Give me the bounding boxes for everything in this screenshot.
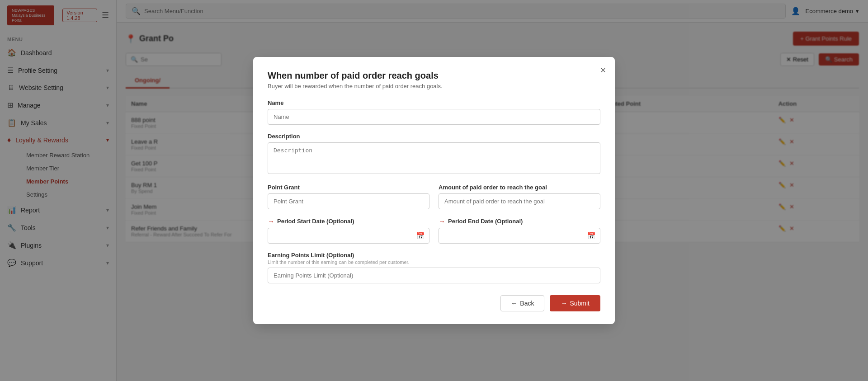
- earning-limit-label: Earning Points Limit (Optional): [268, 252, 600, 259]
- earning-limit-input[interactable]: [268, 268, 600, 283]
- arrow-right-icon: →: [439, 217, 445, 225]
- modal-title: When number of paid order reach goals: [268, 71, 600, 81]
- description-label: Description: [268, 133, 600, 140]
- point-grant-label: Point Grant: [268, 184, 429, 191]
- modal-overlay: × When number of paid order reach goals …: [117, 0, 868, 381]
- modal-subtitle: Buyer will be rewarded when the number o…: [268, 83, 600, 89]
- description-field-group: Description: [268, 133, 600, 176]
- point-grant-group: Point Grant: [268, 184, 429, 209]
- period-start-input-wrap: 📅: [268, 228, 429, 244]
- period-end-input-wrap: 📅: [439, 228, 600, 244]
- earning-limit-group: Earning Points Limit (Optional) Limit th…: [268, 252, 600, 283]
- amount-group: Amount of paid order to reach the goal: [439, 184, 600, 209]
- modal-footer: ← Back → Submit: [268, 295, 600, 311]
- amount-label: Amount of paid order to reach the goal: [439, 184, 600, 191]
- modal-close-button[interactable]: ×: [600, 65, 606, 75]
- submit-arrow-icon: →: [561, 300, 567, 307]
- period-end-input[interactable]: [439, 228, 600, 244]
- modal-dialog: × When number of paid order reach goals …: [253, 57, 615, 324]
- period-end-label: → Period End Date (Optional): [439, 217, 600, 225]
- period-end-group: → Period End Date (Optional) 📅: [439, 217, 600, 244]
- submit-label: Submit: [570, 300, 590, 307]
- amount-input[interactable]: [439, 193, 600, 209]
- period-start-label: → Period Start Date (Optional): [268, 217, 429, 225]
- arrow-right-icon: →: [268, 217, 274, 225]
- back-button[interactable]: ← Back: [500, 295, 544, 311]
- name-label: Name: [268, 99, 600, 106]
- main-content: 🔍 👤 Ecommerce demo ▾ 📍 Grant Po + Grant …: [117, 0, 868, 381]
- back-arrow-icon: ←: [511, 300, 517, 307]
- period-row: → Period Start Date (Optional) 📅 → Perio…: [268, 217, 600, 252]
- period-start-input[interactable]: [268, 228, 429, 244]
- earning-limit-sublabel: Limit the number of this earning can be …: [268, 259, 600, 265]
- back-label: Back: [520, 300, 534, 307]
- description-input[interactable]: [268, 142, 600, 174]
- name-input[interactable]: [268, 109, 600, 125]
- name-field-group: Name: [268, 99, 600, 125]
- point-amount-row: Point Grant Amount of paid order to reac…: [268, 184, 600, 217]
- submit-button[interactable]: → Submit: [550, 295, 600, 311]
- point-grant-input[interactable]: [268, 193, 429, 209]
- period-start-group: → Period Start Date (Optional) 📅: [268, 217, 429, 244]
